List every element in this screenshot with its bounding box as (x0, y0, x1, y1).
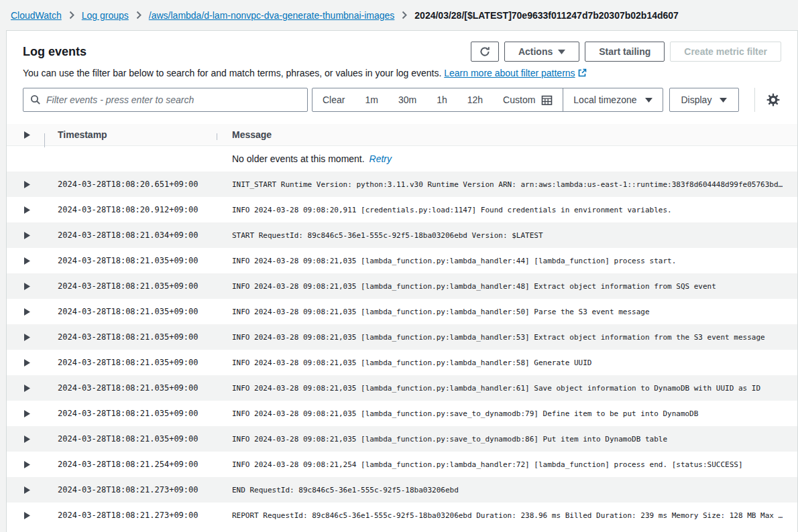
search-box (23, 88, 308, 112)
event-message: REPORT RequestId: 89c846c5-36e1-555c-92f… (217, 511, 797, 520)
event-timestamp: 2024-03-28T18:08:21.035+09:00 (44, 434, 217, 444)
calendar-icon (541, 94, 553, 106)
log-event-row: 2024-03-28T18:08:21.273+09:00 END Reques… (7, 477, 797, 503)
event-message: INIT_START Runtime Version: python:3.11.… (217, 180, 797, 189)
display-dropdown[interactable]: Display (669, 88, 740, 112)
header-actions: Actions Start tailing Create metric filt… (471, 42, 781, 62)
event-timestamp: 2024-03-28T18:08:21.035+09:00 (44, 281, 217, 291)
expand-row-button[interactable] (24, 410, 30, 417)
expand-row-button[interactable] (24, 181, 30, 188)
log-event-row: 2024-03-28T18:08:21.035+09:00 INFO 2024-… (7, 375, 797, 401)
start-tailing-button[interactable]: Start tailing (585, 42, 665, 62)
log-event-row: 2024-03-28T18:08:21.035+09:00 INFO 2024-… (7, 324, 797, 350)
expand-row-button[interactable] (24, 257, 30, 265)
column-header-timestamp[interactable]: Timestamp (44, 129, 217, 140)
table-body: 2024-03-28T18:08:20.651+09:00 INIT_START… (7, 172, 797, 528)
expand-triangle-icon (24, 385, 30, 392)
preferences-gear-button[interactable] (755, 93, 781, 107)
retry-link[interactable]: Retry (369, 153, 392, 164)
expand-triangle-icon (24, 308, 30, 316)
create-metric-filter-button[interactable]: Create metric filter (670, 42, 781, 62)
range-12h-button[interactable]: 12h (457, 88, 493, 111)
expand-row-button[interactable] (24, 512, 30, 519)
event-timestamp: 2024-03-28T18:08:21.035+09:00 (44, 256, 217, 265)
log-events-panel: Log events Actions Start tailing Create … (6, 30, 798, 532)
event-timestamp: 2024-03-28T18:08:21.034+09:00 (44, 230, 217, 240)
expand-row-button[interactable] (24, 308, 30, 316)
column-header-message[interactable]: Message (217, 129, 797, 140)
clear-button[interactable]: Clear (312, 88, 355, 111)
no-older-events-row: No older events at this moment. Retry (7, 146, 797, 172)
event-timestamp: 2024-03-28T18:08:21.035+09:00 (44, 358, 217, 367)
log-event-row: 2024-03-28T18:08:21.034+09:00 START Requ… (7, 222, 797, 248)
breadcrumb-current-log-stream: 2024/03/28/[$LATEST]70e9633f011247d7b203… (414, 10, 679, 21)
actions-button[interactable]: Actions (504, 42, 579, 62)
event-message: INFO 2024-03-28 09:08:21,035 [lambda_fun… (217, 282, 797, 291)
expand-triangle-icon (24, 283, 30, 290)
log-event-row: 2024-03-28T18:08:21.035+09:00 INFO 2024-… (7, 350, 797, 375)
gear-icon (766, 93, 780, 107)
log-event-row: 2024-03-28T18:08:21.035+09:00 INFO 2024-… (7, 299, 797, 324)
breadcrumb-link-cloudwatch[interactable]: CloudWatch (11, 10, 62, 21)
event-timestamp: 2024-03-28T18:08:21.273+09:00 (44, 511, 217, 520)
event-timestamp: 2024-03-28T18:08:21.035+09:00 (44, 409, 217, 418)
expand-row-button[interactable] (24, 283, 30, 290)
expand-row-button[interactable] (24, 334, 30, 341)
event-message: START RequestId: 89c846c5-36e1-555c-92f5… (217, 231, 797, 240)
table-header-row: Timestamp Message (7, 124, 797, 146)
no-older-events-text: No older events at this moment. (232, 153, 365, 164)
expand-row-button[interactable] (24, 232, 30, 239)
expand-triangle-icon (24, 131, 30, 139)
filter-description-text: You can use the filter bar below to sear… (23, 68, 441, 78)
event-timestamp: 2024-03-28T18:08:20.912+09:00 (44, 205, 217, 214)
breadcrumb: CloudWatch Log groups /aws/lambda/d-lam-… (0, 0, 798, 30)
expand-row-button[interactable] (24, 359, 30, 367)
log-event-row: 2024-03-28T18:08:21.035+09:00 INFO 2024-… (7, 401, 797, 426)
panel-header: Log events Actions Start tailing Create … (7, 31, 797, 62)
expand-row-button[interactable] (24, 461, 30, 468)
caret-down-icon (720, 98, 727, 103)
event-message: INFO 2024-03-28 09:08:21,035 [lambda_fun… (217, 308, 797, 316)
range-30m-button[interactable]: 30m (388, 88, 426, 111)
expand-row-button[interactable] (24, 385, 30, 392)
custom-range-button[interactable]: Custom (493, 88, 563, 111)
event-timestamp: 2024-03-28T18:08:21.254+09:00 (44, 460, 217, 469)
event-message: END RequestId: 89c846c5-36e1-555c-92f5-1… (217, 486, 797, 494)
chevron-right-icon (136, 11, 141, 19)
timezone-dropdown[interactable]: Local timezone (563, 88, 662, 111)
breadcrumb-link-log-group-name[interactable]: /aws/lambda/d-lam-nonvpc-dva-generate-th… (149, 10, 395, 21)
expand-triangle-icon (24, 257, 30, 265)
event-message: INFO 2024-03-28 09:08:21,035 [lambda_fun… (217, 384, 797, 393)
expand-row-button[interactable] (24, 436, 30, 443)
refresh-icon (479, 46, 490, 57)
expand-row-button[interactable] (24, 206, 30, 214)
filter-description: You can use the filter bar below to sear… (23, 68, 781, 78)
log-event-row: 2024-03-28T18:08:21.035+09:00 INFO 2024-… (7, 273, 797, 299)
page-title: Log events (23, 45, 87, 59)
expand-triangle-icon (24, 436, 30, 443)
event-timestamp: 2024-03-28T18:08:21.035+09:00 (44, 307, 217, 316)
external-link-icon (577, 68, 587, 78)
search-icon (30, 94, 41, 105)
expand-triangle-icon (24, 181, 30, 188)
filter-bar: Clear 1m 30m 1h 12h Custom Local timezon… (23, 88, 781, 112)
chevron-right-icon (402, 11, 407, 19)
caret-down-icon (558, 50, 565, 54)
filter-events-input[interactable] (46, 94, 300, 105)
expand-all-button[interactable] (24, 131, 30, 139)
log-event-row: 2024-03-28T18:08:21.254+09:00 INFO 2024-… (7, 452, 797, 477)
expand-triangle-icon (24, 359, 30, 367)
range-1m-button[interactable]: 1m (355, 88, 388, 111)
expand-row-button[interactable] (24, 486, 30, 494)
event-timestamp: 2024-03-28T18:08:21.035+09:00 (44, 332, 217, 342)
refresh-button[interactable] (471, 42, 499, 62)
learn-more-link[interactable]: Learn more about filter patterns (444, 68, 586, 78)
breadcrumb-link-log-groups[interactable]: Log groups (82, 10, 129, 21)
range-1h-button[interactable]: 1h (426, 88, 457, 111)
display-dropdown-label: Display (681, 94, 712, 105)
log-event-row: 2024-03-28T18:08:21.035+09:00 INFO 2024-… (7, 426, 797, 452)
event-timestamp: 2024-03-28T18:08:20.651+09:00 (44, 180, 217, 189)
event-message: INFO 2024-03-28 09:08:21,035 [lambda_fun… (217, 358, 797, 367)
event-message: INFO 2024-03-28 09:08:21,035 [lambda_fun… (217, 333, 797, 342)
custom-range-label: Custom (503, 94, 535, 105)
